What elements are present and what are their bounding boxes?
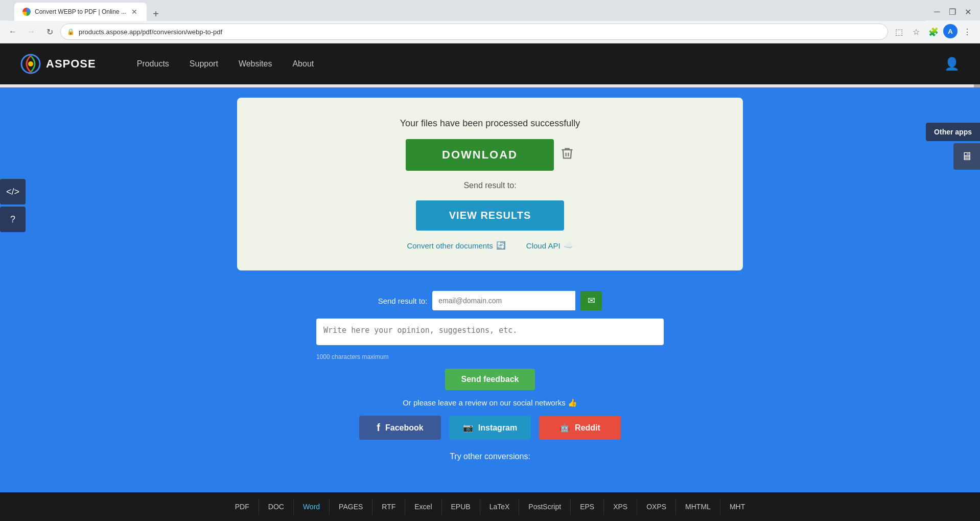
- more-button[interactable]: ⋮: [960, 24, 975, 39]
- forward-button[interactable]: →: [24, 24, 39, 39]
- browser-chrome: Convert WEBP to PDF | Online ... ✕ + ─ ❐…: [0, 0, 980, 43]
- email-input[interactable]: [432, 291, 575, 310]
- page-wrapper: ASPOSE Products Support Websites About 👤…: [0, 43, 980, 483]
- instagram-button[interactable]: 📷 Instagram: [449, 416, 531, 440]
- conversion-item-postscript[interactable]: PostScript: [519, 499, 571, 515]
- url-text: products.aspose.app/pdf/conversion/webp-…: [79, 28, 881, 36]
- send-result-label: Send result to:: [463, 181, 516, 190]
- convert-other-text: Convert other documents: [407, 241, 493, 250]
- tab-favicon: [22, 8, 31, 16]
- char-limit: 1000 characters maximum: [316, 353, 388, 360]
- toolbar-actions: ⬚ ☆ 🧩 A ⋮: [891, 24, 975, 39]
- facebook-button[interactable]: f Facebook: [359, 416, 441, 440]
- conversion-item-xps[interactable]: XPS: [604, 499, 637, 515]
- conversion-item-oxps[interactable]: OXPS: [637, 499, 676, 515]
- aspose-logo-icon: [20, 54, 41, 74]
- user-icon[interactable]: 👤: [944, 57, 960, 71]
- minimize-button[interactable]: ─: [930, 5, 944, 19]
- nav-about[interactable]: About: [292, 59, 314, 69]
- conversion-item-mhtml[interactable]: MHTML: [676, 499, 720, 515]
- download-row: DOWNLOAD: [406, 139, 574, 171]
- delete-button[interactable]: [560, 146, 574, 164]
- nav-websites[interactable]: Websites: [239, 59, 272, 69]
- active-tab[interactable]: Convert WEBP to PDF | Online ... ✕: [14, 3, 147, 21]
- facebook-icon: f: [377, 422, 380, 434]
- send-email-button[interactable]: ✉: [580, 291, 602, 310]
- other-apps-button[interactable]: Other apps: [926, 123, 980, 141]
- logo-area: ASPOSE: [20, 54, 96, 74]
- conversion-item-rtf[interactable]: RTF: [372, 499, 405, 515]
- social-buttons: f Facebook 📷 Instagram 🤖 Reddit: [359, 416, 621, 440]
- convert-other-link[interactable]: Convert other documents 🔄: [407, 241, 505, 250]
- close-button[interactable]: ✕: [961, 5, 975, 19]
- tab-close-button[interactable]: ✕: [130, 8, 138, 16]
- browser-titlebar: Convert WEBP to PDF | Online ... ✕ + ─ ❐…: [0, 0, 980, 20]
- reddit-button[interactable]: 🤖 Reddit: [539, 416, 621, 440]
- nav-support[interactable]: Support: [190, 59, 218, 69]
- below-card: Send result to: ✉ 1000 characters maximu…: [0, 281, 980, 471]
- nav-products[interactable]: Products: [137, 59, 169, 69]
- lock-icon: 🔒: [67, 28, 75, 35]
- top-nav: ASPOSE Products Support Websites About 👤: [0, 43, 980, 84]
- cloud-api-link[interactable]: Cloud API ☁️: [526, 241, 573, 250]
- code-button[interactable]: </>: [0, 179, 26, 205]
- success-message: Your files have been processed successfu…: [400, 118, 580, 129]
- send-result-row: Send result to: ✉: [378, 291, 602, 310]
- conversion-item-eps[interactable]: EPS: [571, 499, 604, 515]
- monitor-button[interactable]: 🖥: [953, 143, 980, 170]
- cloud-icon: ☁️: [564, 241, 573, 250]
- extensions-button[interactable]: 🧩: [926, 24, 941, 39]
- tab-title: Convert WEBP to PDF | Online ...: [35, 8, 126, 15]
- send-feedback-button[interactable]: Send feedback: [445, 369, 535, 390]
- nav-links: Products Support Websites About: [137, 59, 944, 69]
- conversion-item-latex[interactable]: LaTeX: [480, 499, 520, 515]
- conversion-item-pages[interactable]: PAGES: [330, 499, 372, 515]
- maximize-button[interactable]: ❐: [945, 5, 960, 19]
- card-links: Convert other documents 🔄 Cloud API ☁️: [407, 241, 573, 250]
- help-button[interactable]: ?: [0, 207, 26, 232]
- logo-text: ASPOSE: [46, 57, 96, 71]
- tabs-bar: Convert WEBP to PDF | Online ... ✕ +: [9, 3, 926, 21]
- conversion-item-word[interactable]: Word: [294, 499, 330, 515]
- try-other-label: Try other conversions:: [450, 452, 530, 461]
- conversion-item-doc[interactable]: DOC: [259, 499, 294, 515]
- right-sidebar: Other apps 🖥: [926, 123, 980, 170]
- feedback-textarea[interactable]: [316, 319, 664, 345]
- refresh-icon: 🔄: [496, 241, 506, 250]
- conversions-bar: PDFDOCWordPAGESRTFExcelEPUBLaTeXPostScri…: [0, 492, 980, 521]
- left-sidebar: </> ?: [0, 179, 26, 232]
- new-tab-button[interactable]: +: [149, 7, 163, 21]
- screen-capture-button[interactable]: ⬚: [891, 24, 906, 39]
- back-button[interactable]: ←: [5, 24, 20, 39]
- instagram-icon: 📷: [463, 423, 473, 433]
- browser-toolbar: ← → ↻ 🔒 products.aspose.app/pdf/conversi…: [0, 20, 980, 43]
- social-label: Or please leave a review on our social n…: [403, 398, 577, 407]
- conversion-item-pdf[interactable]: PDF: [226, 499, 259, 515]
- reddit-icon: 🤖: [559, 423, 570, 433]
- address-bar[interactable]: 🔒 products.aspose.app/pdf/conversion/web…: [60, 24, 888, 40]
- window-action-controls: ─ ❐ ✕: [930, 5, 975, 19]
- send-result-label-2: Send result to:: [378, 297, 428, 305]
- profile-button[interactable]: A: [943, 24, 958, 38]
- refresh-button[interactable]: ↻: [42, 24, 57, 39]
- result-card: Your files have been processed successfu…: [237, 98, 743, 270]
- conversion-item-excel[interactable]: Excel: [405, 499, 441, 515]
- download-button[interactable]: DOWNLOAD: [406, 139, 554, 171]
- svg-point-1: [28, 61, 33, 66]
- view-results-button[interactable]: VIEW RESULTS: [416, 200, 564, 231]
- cloud-api-text: Cloud API: [526, 241, 561, 250]
- conversion-item-epub[interactable]: EPUB: [442, 499, 480, 515]
- bookmark-button[interactable]: ☆: [908, 24, 924, 39]
- main-content: Your files have been processed successfu…: [0, 87, 980, 281]
- conversion-item-mht[interactable]: MHT: [720, 499, 754, 515]
